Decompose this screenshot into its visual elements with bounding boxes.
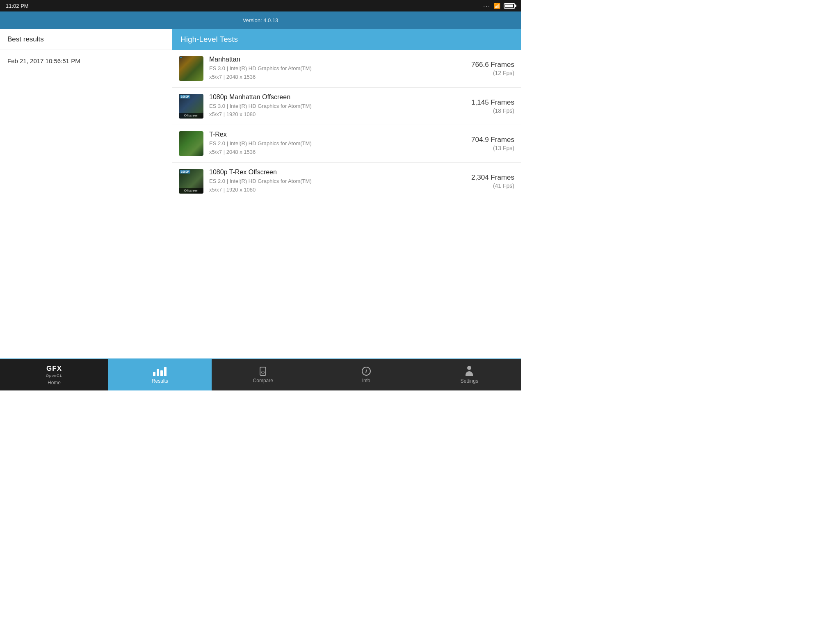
nav-item-info[interactable]: i Info — [315, 359, 418, 390]
manhattan-info: Manhattan ES 3.0 | Intel(R) HD Graphics … — [209, 56, 461, 82]
test-row[interactable]: T-Rex ES 2.0 | Intel(R) HD Graphics for … — [172, 125, 521, 163]
gfx-logo: GFX OpenGL — [46, 365, 62, 378]
bottom-nav: GFX OpenGL Home Results Compare i Info S… — [0, 358, 521, 390]
test-row[interactable]: Manhattan ES 3.0 | Intel(R) HD Graphics … — [172, 50, 521, 88]
compare-icon — [260, 367, 266, 376]
nav-item-results[interactable]: Results — [108, 359, 211, 390]
trex-1080-info: 1080p T-Rex Offscreen ES 2.0 | Intel(R) … — [209, 169, 461, 194]
compare-label: Compare — [253, 378, 273, 383]
battery-icon — [504, 3, 515, 9]
thumb-badge-offscreen: Offscreen — [179, 188, 203, 194]
manhattan-score: 766.6 Frames (12 Fps) — [461, 61, 514, 76]
test-details: ES 2.0 | Intel(R) HD Graphics for Atom(T… — [209, 139, 461, 157]
result-date: Feb 21, 2017 10:56:51 PM — [0, 50, 172, 64]
test-details: ES 3.0 | Intel(R) HD Graphics for Atom(T… — [209, 102, 461, 119]
thumb-badge-top — [180, 57, 182, 58]
right-panel: High-Level Tests Manhattan ES 3.0 | Inte… — [172, 29, 521, 358]
results-label: Results — [152, 378, 168, 384]
thumb-badge-1080: 1080P — [180, 170, 190, 173]
info-label: Info — [362, 378, 370, 383]
trex-thumbnail — [179, 131, 203, 156]
high-level-tests-header: High-Level Tests — [172, 29, 521, 50]
wifi-icon: 📶 — [494, 3, 500, 9]
test-name: 1080p Manhattan Offscreen — [209, 94, 461, 101]
trex-score: 704.9 Frames (13 Fps) — [461, 136, 514, 151]
trex-1080-thumbnail: 1080P Offscreen — [179, 169, 203, 194]
manhattan-1080-thumbnail: 1080P Offscreen — [179, 94, 203, 119]
nav-item-settings[interactable]: Settings — [418, 359, 521, 390]
trex-1080-score: 2,304 Frames (41 Fps) — [461, 173, 514, 189]
settings-icon — [466, 366, 473, 376]
version-label: Version: 4.0.13 — [243, 17, 278, 23]
status-icons: ··· 📶 — [483, 2, 515, 9]
info-icon: i — [362, 367, 371, 376]
main-content: Best results Feb 21, 2017 10:56:51 PM Hi… — [0, 29, 521, 358]
test-row[interactable]: 1080P Offscreen 1080p T-Rex Offscreen ES… — [172, 163, 521, 201]
manhattan-1080-score: 1,145 Frames (18 Fps) — [461, 98, 514, 114]
settings-label: Settings — [461, 378, 478, 384]
gfx-text: GFX — [46, 365, 62, 373]
manhattan-1080-info: 1080p Manhattan Offscreen ES 3.0 | Intel… — [209, 94, 461, 119]
thumb-badge-1080: 1080P — [180, 95, 190, 98]
thumb-badge-offscreen: Offscreen — [179, 113, 203, 119]
nav-item-compare[interactable]: Compare — [212, 359, 315, 390]
test-name: T-Rex — [209, 131, 461, 138]
home-label: Home — [48, 380, 61, 386]
nav-item-home[interactable]: GFX OpenGL Home — [0, 359, 108, 390]
time: 11:02 PM — [6, 3, 29, 9]
test-name: 1080p T-Rex Offscreen — [209, 169, 461, 176]
signal-dots: ··· — [483, 2, 491, 9]
left-panel: Best results Feb 21, 2017 10:56:51 PM — [0, 29, 172, 358]
best-results-header: Best results — [0, 29, 172, 50]
manhattan-thumbnail — [179, 56, 203, 81]
test-details: ES 3.0 | Intel(R) HD Graphics for Atom(T… — [209, 64, 461, 82]
test-name: Manhattan — [209, 56, 461, 63]
status-bar: 11:02 PM ··· 📶 — [0, 0, 521, 11]
test-details: ES 2.0 | Intel(R) HD Graphics for Atom(T… — [209, 177, 461, 194]
trex-info: T-Rex ES 2.0 | Intel(R) HD Graphics for … — [209, 131, 461, 157]
results-icon — [153, 366, 167, 376]
test-row[interactable]: 1080P Offscreen 1080p Manhattan Offscree… — [172, 88, 521, 126]
opengl-label: OpenGL — [46, 374, 62, 378]
version-bar: Version: 4.0.13 — [0, 11, 521, 29]
